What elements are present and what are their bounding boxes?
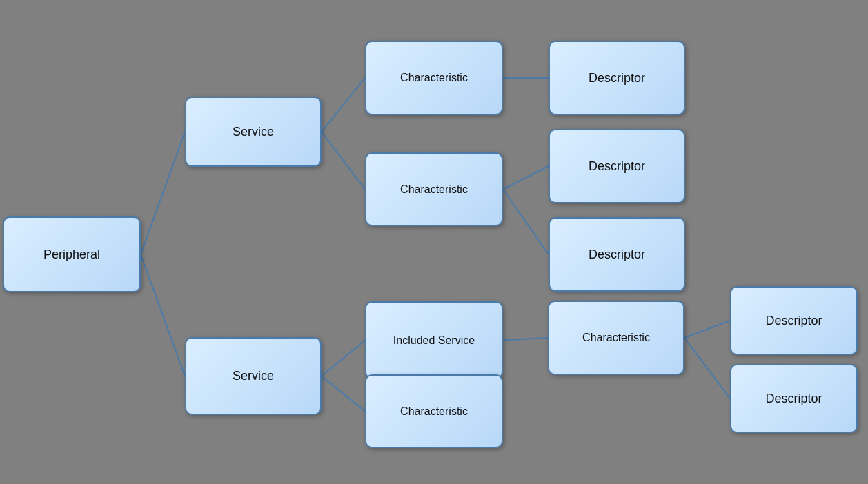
node-desc1: Descriptor [549, 41, 685, 115]
svg-line-10 [684, 321, 730, 338]
node-service1: Service [185, 97, 322, 167]
node-label-desc1: Descriptor [589, 71, 645, 85]
node-desc4: Descriptor [730, 286, 858, 355]
svg-line-5 [322, 376, 365, 412]
svg-line-1 [141, 254, 185, 376]
svg-line-8 [503, 190, 549, 255]
node-service2: Service [185, 337, 322, 415]
node-label-desc3: Descriptor [589, 248, 645, 262]
node-char2: Characteristic [365, 152, 503, 226]
node-char4: Characteristic [548, 301, 684, 375]
node-label-char1: Characteristic [400, 72, 468, 84]
node-desc5: Descriptor [730, 364, 858, 433]
node-label-char4: Characteristic [582, 332, 650, 344]
node-label-char3: Characteristic [400, 405, 468, 418]
node-label-desc4: Descriptor [765, 314, 822, 328]
node-char1: Characteristic [365, 41, 503, 115]
node-included_service: Included Service [365, 301, 503, 379]
node-label-desc5: Descriptor [765, 392, 822, 406]
node-desc2: Descriptor [549, 129, 685, 203]
svg-line-4 [322, 341, 365, 376]
svg-line-0 [141, 132, 185, 254]
node-char3: Characteristic [365, 374, 503, 448]
svg-line-7 [503, 166, 549, 190]
node-desc3: Descriptor [549, 217, 685, 292]
node-label-peripheral: Peripheral [43, 248, 100, 262]
svg-line-11 [684, 338, 730, 399]
svg-line-2 [322, 78, 365, 132]
node-label-desc2: Descriptor [589, 159, 645, 174]
node-label-service2: Service [233, 369, 274, 383]
node-label-service1: Service [233, 125, 274, 139]
node-peripheral: Peripheral [3, 216, 141, 292]
node-label-char2: Characteristic [400, 183, 468, 196]
svg-line-9 [503, 338, 548, 341]
svg-line-3 [322, 132, 365, 190]
node-label-included_service: Included Service [393, 334, 475, 347]
